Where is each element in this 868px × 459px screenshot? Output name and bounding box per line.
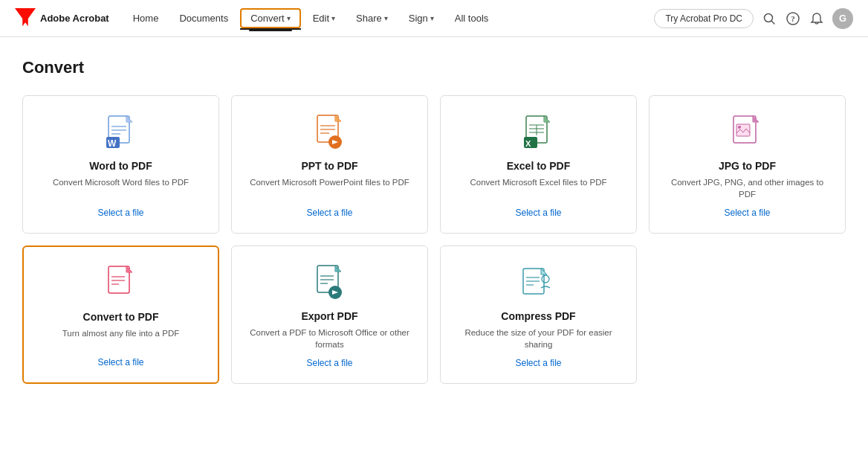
- nav-edit-chevron: ▾: [331, 14, 335, 22]
- export-icon: [313, 264, 347, 301]
- logo[interactable]: Adobe Acrobat: [15, 8, 109, 29]
- nav-convert-wrapper: Convert ▾: [240, 8, 301, 28]
- nav-edit[interactable]: Edit ▾: [304, 8, 344, 28]
- main-nav: Home Documents Convert ▾ Edit ▾ Share ▾ …: [124, 8, 655, 28]
- nav-sign-chevron: ▾: [430, 14, 434, 22]
- excel-icon: X: [522, 114, 556, 151]
- help-icon[interactable]: ?: [785, 10, 801, 27]
- card-ppt-to-pdf[interactable]: PPT to PDF Convert Microsoft PowerPoint …: [231, 95, 428, 234]
- card-empty: [649, 245, 846, 384]
- card-export-link[interactable]: Select a file: [306, 358, 352, 368]
- card-compress-title: Compress PDF: [501, 310, 575, 322]
- nav-edit-label: Edit: [313, 13, 329, 24]
- svg-text:X: X: [525, 139, 531, 148]
- card-word-to-pdf[interactable]: W Word to PDF Convert Microsoft Word fil…: [22, 95, 219, 234]
- card-excel-link[interactable]: Select a file: [515, 208, 561, 218]
- nav-share-label: Share: [356, 13, 382, 24]
- card-excel-to-pdf[interactable]: X Excel to PDF Convert Microsoft Excel f…: [440, 95, 637, 234]
- svg-point-35: [738, 126, 741, 129]
- cards-row-1: W Word to PDF Convert Microsoft Word fil…: [22, 95, 846, 234]
- card-export-title: Export PDF: [301, 310, 357, 322]
- nav-home[interactable]: Home: [124, 8, 168, 28]
- card-compress-link[interactable]: Select a file: [515, 358, 561, 368]
- nav-share-chevron: ▾: [384, 14, 388, 22]
- card-excel-title: Excel to PDF: [507, 160, 571, 172]
- convert-icon: [104, 265, 138, 302]
- card-ppt-link[interactable]: Select a file: [306, 208, 352, 218]
- nav-documents-label: Documents: [179, 13, 228, 24]
- nav-home-label: Home: [133, 13, 159, 24]
- svg-point-2: [765, 13, 773, 22]
- word-icon: W: [104, 114, 138, 151]
- card-compress-desc: Reduce the size of your PDF for easier s…: [456, 327, 621, 350]
- svg-text:?: ?: [791, 14, 795, 23]
- nav-convert[interactable]: Convert ▾: [240, 8, 301, 28]
- card-compress-pdf[interactable]: Compress PDF Reduce the size of your PDF…: [440, 245, 637, 384]
- card-convert-to-pdf[interactable]: Convert to PDF Turn almost any file into…: [22, 245, 219, 384]
- card-ppt-desc: Convert Microsoft PowerPoint files to PD…: [250, 176, 409, 200]
- nav-convert-underline: [249, 30, 292, 32]
- nav-share[interactable]: Share ▾: [347, 8, 397, 28]
- nav-documents[interactable]: Documents: [170, 8, 237, 28]
- card-convert-link[interactable]: Select a file: [97, 357, 143, 367]
- header: Adobe Acrobat Home Documents Convert ▾ E…: [0, 0, 868, 37]
- ppt-icon: [313, 114, 347, 151]
- try-pro-button[interactable]: Try Acrobat Pro DC: [654, 9, 754, 28]
- main-content: Convert W Word to PDF: [0, 37, 868, 405]
- card-ppt-title: PPT to PDF: [301, 160, 357, 172]
- svg-marker-1: [22, 8, 36, 26]
- card-convert-desc: Turn almost any file into a PDF: [62, 327, 179, 350]
- svg-text:W: W: [108, 138, 117, 149]
- compress-icon: [522, 264, 556, 301]
- card-jpg-link[interactable]: Select a file: [724, 208, 770, 218]
- nav-convert-label: Convert: [250, 13, 285, 24]
- card-convert-title: Convert to PDF: [83, 311, 159, 323]
- adobe-logo-icon: [15, 8, 36, 29]
- nav-alltools-label: All tools: [455, 13, 489, 24]
- card-jpg-to-pdf[interactable]: JPG to PDF Convert JPG, PNG, and other i…: [649, 95, 846, 234]
- nav-sign-label: Sign: [409, 13, 428, 24]
- svg-line-3: [772, 21, 775, 24]
- card-jpg-desc: Convert JPG, PNG, and other images to PD…: [664, 176, 830, 200]
- search-icon[interactable]: [761, 10, 777, 27]
- card-export-pdf[interactable]: Export PDF Convert a PDF to Microsoft Of…: [231, 245, 428, 384]
- card-word-desc: Convert Microsoft Word files to PDF: [53, 176, 189, 200]
- card-excel-desc: Convert Microsoft Excel files to PDF: [470, 176, 606, 200]
- avatar[interactable]: G: [832, 8, 853, 29]
- cards-row-2: Convert to PDF Turn almost any file into…: [22, 245, 846, 384]
- card-export-desc: Convert a PDF to Microsoft Office or oth…: [247, 327, 412, 350]
- page-title: Convert: [22, 58, 846, 77]
- nav-sign[interactable]: Sign ▾: [400, 8, 443, 28]
- nav-convert-chevron: ▾: [287, 14, 291, 22]
- card-word-link[interactable]: Select a file: [97, 208, 143, 218]
- card-word-title: Word to PDF: [89, 160, 152, 172]
- nav-alltools[interactable]: All tools: [446, 8, 498, 28]
- header-right: Try Acrobat Pro DC ? G: [654, 8, 853, 29]
- jpg-icon: [731, 114, 765, 151]
- logo-text: Adobe Acrobat: [40, 13, 109, 24]
- notifications-icon[interactable]: [809, 10, 825, 27]
- card-jpg-title: JPG to PDF: [719, 160, 776, 172]
